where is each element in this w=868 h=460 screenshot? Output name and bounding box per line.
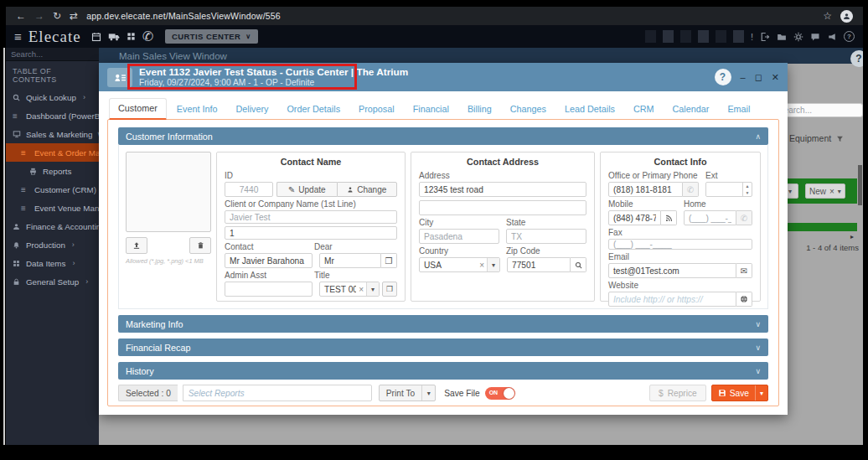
booth-grid-icon[interactable] [127, 32, 136, 41]
chevron-down-icon[interactable]: ∨ [755, 367, 761, 375]
sidebar-item-dashboard[interactable]: ≡ Dashboard (PowerBI) [6, 106, 99, 125]
select-reports-input[interactable] [183, 385, 372, 401]
sidebar-item-reports[interactable]: Reports [6, 162, 99, 180]
delete-photo-button[interactable] [189, 237, 211, 254]
alert-bang-icon[interactable]: ! [751, 32, 753, 42]
ext-field[interactable] [706, 183, 742, 196]
section-financial-recap[interactable]: Financial Recap ∨ [118, 339, 768, 356]
sidebar-item-event-venue[interactable]: ≡ Event Venue Manage [6, 199, 99, 217]
section-marketing-info[interactable]: Marketing Info ∨ [118, 315, 768, 333]
app-logo[interactable]: Elecate [28, 28, 81, 46]
open-website-button[interactable] [736, 292, 752, 307]
address-line1-field[interactable] [419, 182, 586, 197]
sidebar-item-data-items[interactable]: Data Items › [6, 254, 99, 272]
home-phone-field[interactable] [684, 210, 736, 225]
mobile-field[interactable] [608, 210, 661, 225]
change-button[interactable]: Change [337, 182, 398, 197]
main-menu-icon[interactable]: ≡ [14, 29, 22, 44]
admin-asst-field[interactable] [225, 282, 313, 297]
page-help-icon[interactable]: ? [850, 50, 863, 67]
print-to-button[interactable]: Print To ▾ [379, 385, 436, 401]
help-icon[interactable]: ? [844, 31, 855, 42]
filter-funnel-icon[interactable] [836, 135, 844, 142]
sidebar-search-input[interactable]: Search... [6, 48, 99, 61]
status-combo[interactable]: New × ▾ [805, 183, 845, 199]
scroll-right-icon[interactable]: ▸ [850, 233, 854, 240]
upload-photo-button[interactable] [126, 237, 147, 254]
minimize-button[interactable]: – [741, 73, 746, 82]
clear-icon[interactable]: × [356, 285, 366, 294]
sidebar-item-customer-crm[interactable]: ≡ Customer (CRM) › [6, 180, 99, 199]
save-button[interactable]: Save ▾ [711, 385, 768, 401]
venue-selector[interactable]: CURTIS CENTER ∨ [165, 29, 258, 44]
tab-lead-details[interactable]: Lead Details [556, 100, 623, 119]
chat-bubble-icon[interactable] [810, 32, 820, 42]
sidebar-item-production[interactable]: Production › [6, 235, 99, 254]
tab-proposal[interactable]: Proposal [350, 100, 403, 119]
sidebar-item-general-setup[interactable]: General Setup › [6, 272, 99, 291]
logout-icon[interactable] [760, 32, 770, 42]
client-name-line2-field[interactable] [225, 226, 397, 240]
bookmark-star-icon[interactable]: ☆ [823, 11, 832, 21]
spin-down-icon[interactable]: ▼ [743, 189, 752, 196]
chevron-down-icon[interactable]: ∨ [755, 320, 761, 328]
zip-search-button[interactable] [571, 257, 586, 272]
maximize-button[interactable]: ◻ [755, 73, 762, 82]
tab-email[interactable]: Email [719, 100, 758, 119]
megaphone-icon[interactable] [827, 32, 837, 42]
section-customer-information[interactable]: Customer Information ∧ [118, 127, 768, 145]
send-email-button[interactable]: ✉ [736, 263, 752, 278]
mobile-signal-button[interactable] [661, 210, 677, 225]
calendar-icon[interactable] [91, 32, 101, 42]
email-field[interactable] [608, 263, 736, 278]
sidebar-item-finance-accounting[interactable]: Finance & Accounting [6, 217, 99, 235]
site-info-icon[interactable]: ⇄ [70, 11, 78, 21]
dear-copy-button[interactable]: ❐ [381, 253, 397, 268]
sidebar-item-quick-lookup[interactable]: Quick Lookup › [6, 88, 99, 106]
chevron-up-icon[interactable]: ∧ [755, 132, 761, 141]
tab-order-details[interactable]: Order Details [278, 100, 349, 119]
reprice-button[interactable]: $ Reprice [649, 385, 706, 401]
truck-icon[interactable] [108, 32, 120, 41]
title-combo[interactable]: TEST 001 × ▾ [319, 282, 380, 297]
phone-icon[interactable]: ✆ [142, 28, 153, 44]
client-name-field[interactable] [225, 210, 397, 224]
photo-placeholder[interactable] [126, 152, 211, 232]
browser-forward-icon[interactable]: → [34, 11, 44, 21]
close-button[interactable]: ✕ [772, 73, 779, 82]
website-field[interactable] [608, 292, 736, 307]
update-button[interactable]: ✎ Update [276, 182, 337, 197]
browser-refresh-icon[interactable]: ↻ [53, 11, 61, 21]
tab-billing[interactable]: Billing [459, 100, 500, 119]
save-dropdown-icon[interactable]: ▾ [755, 385, 767, 401]
office-phone-field[interactable] [608, 182, 683, 197]
tab-customer[interactable]: Customer [109, 98, 167, 120]
fax-field[interactable] [608, 239, 752, 250]
tab-calendar[interactable]: Calendar [664, 100, 718, 119]
dropdown-icon[interactable]: ▾ [487, 258, 499, 271]
office-call-button[interactable]: ✆ [683, 182, 699, 197]
tab-event-info[interactable]: Event Info [168, 100, 226, 119]
address-bar-url[interactable]: app.dev.elecate.net/MainSalesViewWindow/… [86, 11, 281, 21]
zip-code-field[interactable] [507, 257, 571, 272]
contact-field[interactable] [225, 253, 313, 268]
dear-field[interactable] [319, 253, 381, 268]
grid-column-header-equipment[interactable]: Equipment [777, 132, 863, 145]
tab-delivery[interactable]: Delivery [227, 100, 276, 119]
dropdown-icon[interactable]: ▾ [421, 385, 435, 401]
tab-crm[interactable]: CRM [625, 100, 663, 119]
dropdown-icon[interactable]: ▾ [366, 282, 379, 296]
tab-financial[interactable]: Financial [405, 100, 457, 119]
clear-icon[interactable]: × [477, 261, 487, 270]
city-field[interactable] [419, 229, 499, 244]
sidebar-item-sales-marketing[interactable]: Sales & Marketing ∨ [6, 125, 99, 143]
save-file-toggle[interactable]: ON [485, 387, 515, 400]
vertical-scrollbar[interactable] [858, 165, 862, 205]
modal-help-button[interactable]: ? [715, 69, 731, 85]
modal-header[interactable]: Event 1132 Javier Test Status - Curtis C… [99, 63, 788, 91]
browser-profile-avatar[interactable] [840, 10, 853, 23]
spin-up-icon[interactable]: ▲ [743, 183, 752, 189]
title-copy-button[interactable]: ❐ [382, 282, 397, 297]
state-field[interactable] [506, 229, 586, 244]
dropdown-icon[interactable]: ▾ [838, 188, 841, 195]
